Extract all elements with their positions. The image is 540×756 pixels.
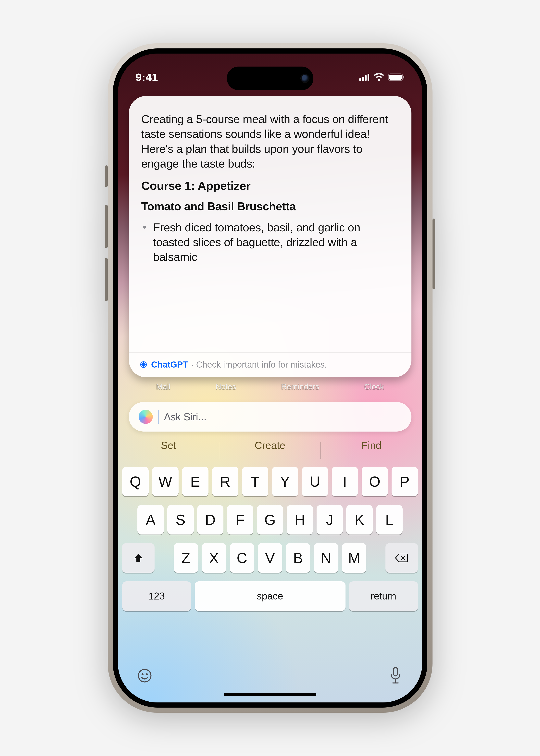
course-heading: Course 1: Appetizer	[141, 179, 400, 192]
key-w[interactable]: W	[152, 467, 179, 496]
keyboard-row-2: A S D F G H J K L	[122, 505, 418, 535]
dictation-button[interactable]	[386, 667, 405, 685]
svg-rect-2	[365, 75, 366, 81]
svg-point-9	[142, 673, 144, 675]
key-k[interactable]: K	[346, 505, 373, 535]
front-camera	[301, 74, 309, 82]
screen: 9:41	[118, 54, 422, 702]
key-c[interactable]: C	[230, 543, 254, 573]
key-m[interactable]: M	[342, 543, 366, 573]
power-button[interactable]	[433, 218, 435, 290]
phone-frame: 9:41	[108, 43, 433, 713]
svg-rect-6	[403, 76, 404, 78]
key-e[interactable]: E	[182, 467, 208, 496]
keyboard-row-4: 123 space return	[122, 581, 418, 611]
keyboard-row-1: Q W E R T Y U I O P	[122, 467, 418, 496]
key-v[interactable]: V	[258, 543, 282, 573]
dish-heading: Tomato and Basil Bruschetta	[141, 199, 400, 213]
svg-point-8	[138, 669, 151, 682]
emoji-icon	[137, 668, 152, 683]
key-u[interactable]: U	[302, 467, 328, 496]
backspace-icon	[395, 553, 409, 563]
key-y[interactable]: Y	[272, 467, 298, 496]
keyboard-bottom-row	[118, 667, 422, 685]
chatgpt-label[interactable]: ChatGPT	[151, 360, 188, 370]
keyboard-row-3: Z X C V B N M	[122, 543, 418, 573]
key-b[interactable]: B	[286, 543, 311, 573]
key-r[interactable]: R	[212, 467, 238, 496]
volume-down-button[interactable]	[105, 258, 108, 301]
key-t[interactable]: T	[242, 467, 268, 496]
shift-icon	[133, 553, 144, 564]
key-s[interactable]: S	[167, 505, 194, 535]
dock-label-reminders: Reminders	[281, 382, 319, 391]
key-i[interactable]: I	[332, 467, 358, 496]
key-l[interactable]: L	[376, 505, 403, 535]
key-g[interactable]: G	[257, 505, 283, 535]
svg-rect-0	[359, 78, 361, 81]
key-q[interactable]: Q	[122, 467, 149, 496]
key-a[interactable]: A	[137, 505, 164, 535]
key-j[interactable]: J	[317, 505, 343, 535]
svg-rect-1	[362, 77, 364, 81]
ask-siri-input[interactable]: Ask Siri...	[164, 411, 206, 423]
key-space[interactable]: space	[195, 581, 345, 611]
dynamic-island[interactable]	[227, 66, 314, 90]
key-f[interactable]: F	[227, 505, 253, 535]
suggestion-set[interactable]: Set	[118, 440, 219, 461]
text-caret	[158, 410, 159, 424]
response-footer: ChatGPT · Check important info for mista…	[129, 352, 411, 377]
key-n[interactable]: N	[314, 543, 338, 573]
microphone-icon	[389, 667, 402, 685]
response-intro: Creating a 5-course meal with a focus on…	[141, 112, 400, 171]
silence-switch[interactable]	[105, 165, 108, 187]
key-backspace[interactable]	[385, 543, 418, 573]
svg-rect-5	[389, 74, 402, 80]
chatgpt-icon	[139, 360, 148, 369]
dock-label-notes: Notes	[215, 382, 236, 391]
svg-rect-3	[367, 73, 369, 81]
status-time: 9:41	[136, 71, 158, 84]
key-shift[interactable]	[122, 543, 155, 573]
dock-label-mail: Mail	[156, 382, 171, 391]
ingredient-bullet: Fresh diced tomatoes, basil, and garlic …	[153, 220, 400, 264]
key-p[interactable]: P	[392, 467, 418, 496]
siri-orb-icon	[139, 410, 153, 424]
keyboard-suggestions: Set Create Find	[118, 440, 422, 461]
key-o[interactable]: O	[362, 467, 388, 496]
svg-rect-11	[394, 668, 397, 676]
home-indicator[interactable]	[224, 693, 316, 696]
ask-siri-bar[interactable]: Ask Siri...	[129, 402, 411, 432]
emoji-button[interactable]	[136, 667, 154, 685]
suggestion-create[interactable]: Create	[219, 440, 321, 461]
svg-point-10	[146, 673, 148, 675]
key-x[interactable]: X	[202, 543, 226, 573]
volume-up-button[interactable]	[105, 205, 108, 248]
disclaimer-text: · Check important info for mistakes.	[191, 360, 327, 370]
key-h[interactable]: H	[287, 505, 313, 535]
key-numbers[interactable]: 123	[122, 581, 191, 611]
wifi-icon	[374, 73, 384, 81]
key-z[interactable]: Z	[174, 543, 198, 573]
battery-icon	[388, 73, 405, 81]
key-d[interactable]: D	[197, 505, 224, 535]
dock-label-row: Mail Notes Reminders Clock	[118, 382, 422, 391]
key-return[interactable]: return	[349, 581, 418, 611]
suggestion-find[interactable]: Find	[321, 440, 422, 461]
cellular-icon	[359, 73, 370, 81]
siri-response-card[interactable]: Creating a 5-course meal with a focus on…	[129, 96, 411, 377]
dock-label-clock: Clock	[364, 382, 384, 391]
